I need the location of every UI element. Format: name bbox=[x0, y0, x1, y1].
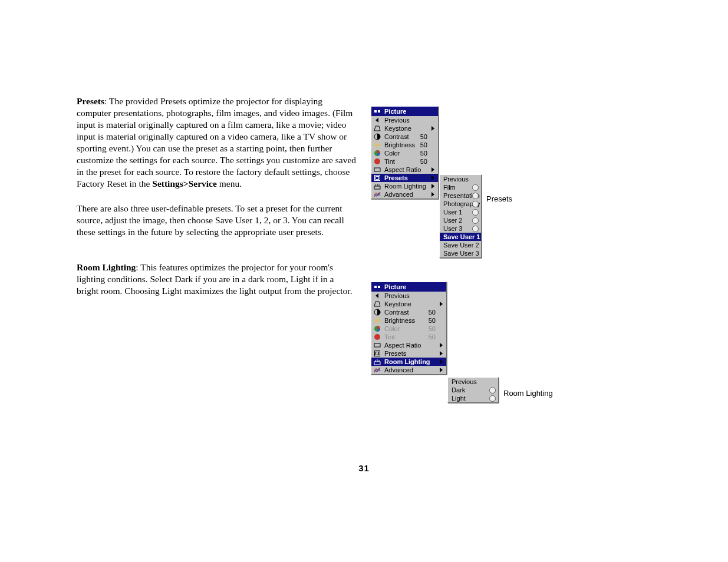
menu-item[interactable]: Presets bbox=[371, 174, 438, 182]
svg-line-8 bbox=[375, 143, 375, 143]
submenu-item[interactable]: Photography bbox=[440, 200, 481, 208]
svg-rect-35 bbox=[374, 362, 380, 365]
menu-item-label: Keystone bbox=[384, 125, 411, 132]
submenu-arrow-icon bbox=[430, 166, 436, 173]
submenu-arrow-icon bbox=[430, 125, 436, 132]
submenu-item[interactable]: User 3 bbox=[440, 224, 481, 233]
submenu-item[interactable]: User 1 bbox=[440, 208, 481, 216]
menu-item[interactable]: Brightness50 bbox=[371, 316, 446, 325]
radio-icon bbox=[472, 201, 479, 207]
menu-item-label: Film bbox=[443, 184, 456, 191]
tint-icon bbox=[374, 158, 381, 165]
osd-picture-menu-1: Picture PreviousKeystoneContrast50Bright… bbox=[371, 106, 439, 199]
menu-item[interactable]: Advanced bbox=[371, 366, 446, 374]
menu-item[interactable]: Previous bbox=[371, 292, 446, 300]
submenu-item[interactable]: Save User 2 bbox=[440, 241, 481, 249]
menu-item-label: Brightness bbox=[384, 317, 415, 324]
menu-item[interactable]: Contrast50 bbox=[371, 308, 446, 316]
svg-rect-18 bbox=[374, 286, 377, 288]
menu-item[interactable]: Presets bbox=[371, 349, 446, 358]
paragraph-room-lighting: Room Lighting: This features optimizes t… bbox=[77, 262, 357, 297]
submenu-item[interactable]: Film bbox=[440, 183, 481, 191]
osd-rows: PreviousKeystoneContrast50Brightness50Co… bbox=[371, 292, 446, 374]
radio-icon bbox=[472, 193, 479, 199]
menu-item-label: Save User 3 bbox=[443, 250, 479, 257]
bright-icon bbox=[374, 141, 381, 148]
svg-rect-17 bbox=[374, 186, 380, 189]
menu-item-value: 50 bbox=[420, 157, 427, 166]
menu-item[interactable]: Room Lighting bbox=[371, 358, 446, 366]
menu-item-label: Save User 2 bbox=[443, 242, 479, 249]
adv-icon bbox=[374, 191, 381, 198]
caption-room-lighting: Room Lighting bbox=[503, 389, 553, 398]
osd-title: Picture bbox=[371, 107, 438, 116]
submenu-arrow-icon bbox=[438, 300, 444, 308]
menu-item[interactable]: Tint50 bbox=[371, 333, 446, 341]
back-icon bbox=[374, 292, 381, 299]
svg-line-11 bbox=[375, 147, 375, 147]
svg-rect-15 bbox=[375, 176, 380, 181]
menu-item-value: 50 bbox=[429, 325, 436, 333]
menu-item-label: Aspect Ratio bbox=[384, 166, 421, 173]
osd-title: Picture bbox=[371, 282, 446, 292]
svg-rect-0 bbox=[374, 110, 377, 113]
submenu-arrow-icon bbox=[438, 358, 444, 365]
menu-item-label: Aspect Ratio bbox=[384, 342, 421, 349]
svg-line-10 bbox=[379, 143, 380, 143]
menu-item-label: Presets bbox=[384, 174, 408, 181]
radio-icon bbox=[489, 387, 496, 394]
menu-item[interactable]: Keystone bbox=[371, 300, 446, 308]
menu-item-label: Light bbox=[452, 395, 466, 402]
menu-item[interactable]: Contrast50 bbox=[371, 133, 438, 141]
menu-item-label: Tint bbox=[384, 158, 395, 165]
menu-item-value: 50 bbox=[420, 141, 427, 149]
menu-item-label: Color bbox=[384, 325, 400, 332]
menu-item[interactable]: Previous bbox=[371, 116, 438, 124]
picture-icon bbox=[374, 108, 381, 115]
submenu-item[interactable]: Previous bbox=[448, 378, 498, 386]
menu-item-value: 50 bbox=[420, 149, 427, 157]
submenu-item[interactable]: Save User 1 bbox=[440, 233, 481, 241]
caption-presets: Presets bbox=[486, 194, 512, 203]
osd-rows: PreviousFilmPresentationPhotographyUser … bbox=[440, 175, 481, 257]
menu-item[interactable]: Advanced bbox=[371, 190, 438, 199]
menu-item-label: Previous bbox=[452, 378, 477, 385]
menu-item-label: Advanced bbox=[384, 191, 413, 198]
aspect-icon bbox=[374, 342, 381, 349]
submenu-arrow-icon bbox=[438, 342, 444, 349]
submenu-item[interactable]: Presentation bbox=[440, 191, 481, 200]
menu-item-label: Contrast bbox=[384, 133, 409, 140]
submenu-arrow-icon bbox=[430, 191, 436, 198]
submenu-item[interactable]: Save User 3 bbox=[440, 249, 481, 257]
menu-item-label: Keystone bbox=[384, 300, 411, 308]
menu-item[interactable]: Aspect Ratio bbox=[371, 341, 446, 349]
menu-item-label: Contrast bbox=[384, 309, 409, 316]
menu-item[interactable]: Aspect Ratio bbox=[371, 166, 438, 174]
paragraph-user-presets: There are also three user-definable pres… bbox=[77, 203, 357, 238]
submenu-item[interactable]: Dark bbox=[448, 386, 498, 394]
svg-point-13 bbox=[374, 158, 380, 164]
menu-item-label: Advanced bbox=[384, 366, 413, 373]
svg-line-27 bbox=[379, 322, 380, 323]
submenu-arrow-icon bbox=[438, 350, 444, 357]
menu-item[interactable]: Keystone bbox=[371, 124, 438, 133]
menu-item-label: Dark bbox=[452, 386, 465, 394]
submenu-item[interactable]: Light bbox=[448, 394, 498, 402]
svg-point-21 bbox=[376, 319, 378, 322]
bright-icon bbox=[374, 317, 381, 324]
menu-item[interactable]: Brightness50 bbox=[371, 141, 438, 149]
menu-item[interactable]: Color50 bbox=[371, 149, 438, 157]
svg-line-9 bbox=[379, 147, 380, 147]
submenu-item[interactable]: Previous bbox=[440, 175, 481, 183]
submenu-arrow-icon bbox=[438, 366, 444, 373]
submenu-item[interactable]: User 2 bbox=[440, 216, 481, 224]
contrast-icon bbox=[374, 309, 381, 316]
menu-item[interactable]: Room Lighting bbox=[371, 182, 438, 190]
osd-room-lighting-submenu: PreviousDarkLight bbox=[447, 377, 499, 403]
menu-item-value: 50 bbox=[429, 308, 436, 316]
osd-title-text: Picture bbox=[384, 108, 406, 115]
menu-item-label: Save User 1 bbox=[443, 233, 480, 240]
menu-item[interactable]: Color50 bbox=[371, 325, 446, 333]
menu-item[interactable]: Tint50 bbox=[371, 157, 438, 166]
page: Presets: The provided Presets optimize t… bbox=[0, 0, 728, 562]
